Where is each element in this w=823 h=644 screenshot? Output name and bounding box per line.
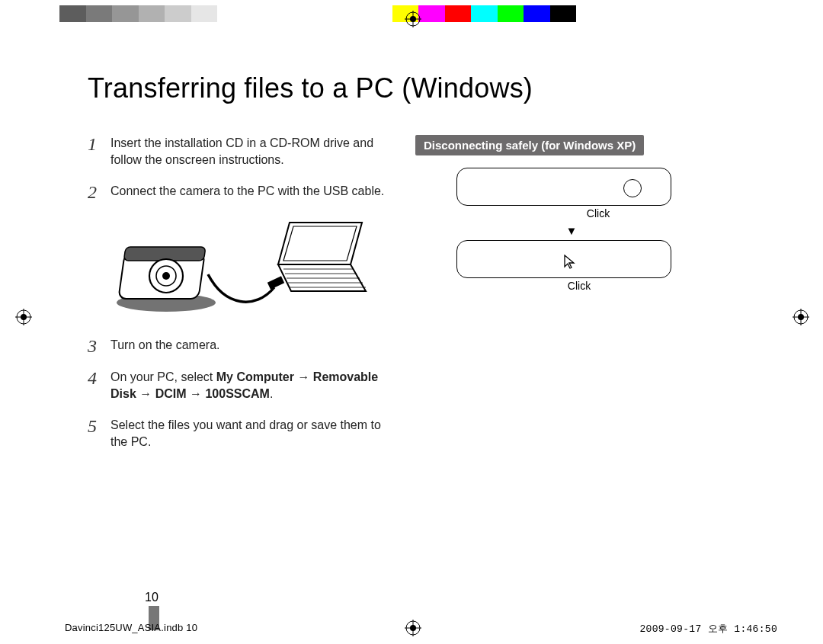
systray-dialog bbox=[456, 168, 671, 206]
color-swatch bbox=[445, 5, 472, 22]
color-swatch bbox=[524, 5, 550, 22]
step-5: 5 Select the files you want and drag or … bbox=[88, 417, 392, 451]
reg-mark-right bbox=[793, 309, 809, 325]
step-1: 1 Insert the installation CD in a CD-ROM… bbox=[88, 135, 392, 169]
step-number: 3 bbox=[88, 337, 110, 355]
print-color-bar bbox=[59, 5, 576, 22]
disconnect-heading: Disconnecting safely (for Windows XP) bbox=[415, 135, 644, 155]
footer-filename: Davinci125UW_ASIA.indb 10 bbox=[65, 622, 197, 633]
color-swatch bbox=[550, 5, 577, 22]
page-title: Transferring files to a PC (Windows) bbox=[88, 72, 735, 104]
step-text: Connect the camera to the PC with the US… bbox=[110, 183, 384, 200]
color-swatch bbox=[139, 5, 165, 22]
footer-timestamp: 2009-09-17 오후 1:46:50 bbox=[639, 622, 777, 636]
color-swatch bbox=[191, 5, 218, 22]
color-swatch bbox=[86, 5, 113, 22]
step-text: Turn on the camera. bbox=[110, 337, 219, 354]
step-number: 2 bbox=[88, 183, 110, 201]
safely-remove-icon bbox=[623, 179, 642, 197]
reg-mark-left bbox=[15, 309, 32, 325]
confirm-dialog bbox=[456, 240, 671, 278]
disconnect-column: Disconnecting safely (for Windows XP) Cl… bbox=[415, 135, 705, 464]
step-number: 5 bbox=[88, 417, 110, 435]
svg-point-21 bbox=[162, 272, 170, 280]
camera-laptop-illustration bbox=[110, 215, 370, 322]
step-text: Select the files you want and drag or sa… bbox=[110, 417, 392, 451]
color-swatch bbox=[165, 5, 191, 22]
page-content: Transferring files to a PC (Windows) 1 I… bbox=[88, 72, 735, 464]
click-label-2: Click bbox=[472, 280, 686, 292]
steps-column: 1 Insert the installation CD in a CD-ROM… bbox=[88, 135, 392, 464]
step-4: 4 On your PC, select My Computer → Remov… bbox=[88, 369, 392, 403]
click-label-1: Click bbox=[492, 207, 705, 219]
color-swatch bbox=[418, 5, 445, 22]
cursor-icon bbox=[564, 255, 576, 270]
step-2: 2 Connect the camera to the PC with the … bbox=[88, 183, 392, 201]
reg-mark-top bbox=[405, 11, 421, 27]
color-swatch bbox=[498, 5, 524, 22]
color-swatch bbox=[59, 5, 86, 22]
disconnect-diagram: Click ▼ Click bbox=[423, 168, 705, 292]
svg-marker-25 bbox=[283, 226, 357, 261]
color-swatch bbox=[217, 5, 244, 22]
step-text: Insert the installation CD in a CD-ROM d… bbox=[110, 135, 392, 169]
step-3: 3 Turn on the camera. bbox=[88, 337, 392, 355]
arrow-down-icon: ▼ bbox=[431, 224, 713, 237]
step-text: On your PC, select My Computer → Removab… bbox=[110, 369, 392, 403]
step-number: 1 bbox=[88, 135, 110, 153]
color-swatch bbox=[471, 5, 498, 22]
svg-rect-22 bbox=[267, 276, 284, 290]
page-number: 10 bbox=[145, 591, 159, 604]
color-swatch bbox=[112, 5, 139, 22]
step-number: 4 bbox=[88, 369, 110, 387]
reg-mark-bottom bbox=[405, 620, 421, 636]
